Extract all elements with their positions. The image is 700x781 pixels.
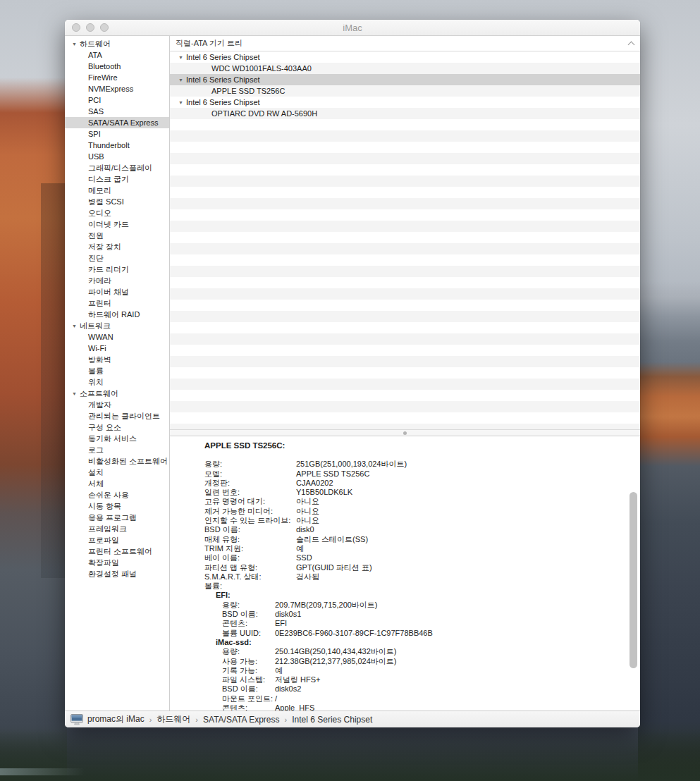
disclosure-triangle-icon: ▼ [72, 388, 80, 400]
sidebar-item[interactable]: FireWire [65, 72, 169, 83]
breadcrumb-segment: SATA/SATA Express [203, 715, 279, 725]
sidebar-item[interactable]: ▼소프트웨어 [65, 388, 169, 399]
tree-row[interactable]: APPLE SSD TS256C [170, 85, 640, 97]
volume-row-label: 용량: [222, 647, 275, 656]
minimize-button[interactable] [86, 23, 94, 32]
sidebar-item[interactable]: 환경설정 패널 [65, 568, 169, 579]
volume-row-value: disk0s1 [275, 610, 301, 619]
sidebar-item[interactable]: ▼네트워크 [65, 320, 169, 331]
sidebar-item[interactable]: 방화벽 [65, 354, 169, 365]
sidebar-item[interactable]: 그래픽/디스플레이 [65, 162, 169, 173]
sidebar-item[interactable]: 프린터 소프트웨어 [65, 546, 169, 557]
sidebar-item-label: 서체 [88, 479, 104, 488]
volume-row-value: EFI [275, 619, 287, 628]
tree-row-empty [170, 187, 640, 198]
sidebar-item-label: 프레임워크 [88, 524, 127, 533]
sidebar-item[interactable]: 카드 리더기 [65, 264, 169, 275]
sidebar-item[interactable]: 응용 프로그램 [65, 512, 169, 523]
sidebar-item[interactable]: NVMExpress [65, 83, 169, 94]
detail-row-value: 검사됨 [296, 572, 319, 582]
sidebar-item[interactable]: 확장파일 [65, 557, 169, 568]
sidebar-item[interactable]: SPI [65, 128, 169, 140]
sidebar-item[interactable]: 설치 [65, 467, 169, 478]
sidebar-item[interactable]: 프레임워크 [65, 523, 169, 534]
sidebar-item[interactable]: 시동 항목 [65, 500, 169, 512]
detail-row: 용량:251GB(251,000,193,024바이트) [204, 460, 640, 469]
sidebar-item-label: ATA [88, 51, 102, 59]
sidebar-item[interactable]: 프린터 [65, 297, 169, 309]
sidebar-item[interactable]: 위치 [65, 376, 169, 388]
disclosure-triangle-icon: ▼ [72, 39, 80, 50]
volume-row: 마운트 포인트:/ [204, 694, 640, 703]
device-tree: ▼Intel 6 Series ChipsetWDC WD1001FALS-40… [170, 51, 640, 429]
close-button[interactable] [72, 23, 80, 32]
volume-row-value: / [275, 694, 277, 703]
sidebar-item[interactable]: 저장 장치 [65, 241, 169, 252]
tree-row-empty [170, 345, 640, 356]
tree-row[interactable]: ▼Intel 6 Series Chipset [170, 97, 640, 108]
sidebar-item[interactable]: 이더넷 카드 [65, 219, 169, 230]
sidebar-item[interactable]: 로그 [65, 444, 169, 455]
sidebar-item-label: 소프트웨어 [80, 389, 118, 398]
sidebar-item[interactable]: WWAN [65, 331, 169, 343]
tree-row[interactable]: WDC WD1001FALS-403AA0 [170, 63, 640, 74]
detail-row: 제거 가능한 미디어:아니요 [204, 507, 640, 516]
sidebar-item-label: 병렬 SCSI [88, 197, 124, 206]
sidebar-item[interactable]: 볼륨 [65, 365, 169, 376]
sidebar-item[interactable]: 파이버 채널 [65, 286, 169, 297]
sidebar-item[interactable]: USB [65, 151, 169, 162]
sidebar-item[interactable]: 프로파일 [65, 534, 169, 546]
sidebar-item[interactable]: 손쉬운 사용 [65, 489, 169, 500]
sidebar-item[interactable]: 개발자 [65, 399, 169, 410]
wallpaper-trees [0, 729, 700, 781]
detail-row-label: 개정판: [204, 479, 296, 488]
tree-header-label: 직렬-ATA 기기 트리 [176, 39, 242, 47]
sidebar-item-label: PCI [88, 96, 101, 104]
detail-row: S.M.A.R.T. 상태:검사됨 [204, 572, 640, 582]
status-bar: promac의 iMac›하드웨어›SATA/SATA Express›Inte… [65, 711, 640, 727]
tree-header[interactable]: 직렬-ATA 기기 트리 [170, 36, 640, 51]
titlebar[interactable]: iMac [65, 20, 640, 36]
window-title: iMac [343, 23, 362, 33]
sidebar-item[interactable]: PCI [65, 94, 169, 106]
sidebar-item[interactable]: ▼하드웨어 [65, 38, 169, 49]
tree-row-empty [170, 412, 640, 424]
sidebar-item-label: Thunderbolt [88, 141, 130, 149]
sidebar-item[interactable]: 비활성화된 소프트웨어 [65, 455, 169, 467]
sidebar-item[interactable]: 하드웨어 RAID [65, 309, 169, 320]
sidebar-item[interactable]: 오디오 [65, 207, 169, 219]
volume-row-label: BSD 이름: [222, 610, 275, 619]
detail-rows: 용량:251GB(251,000,193,024바이트)모델:APPLE SSD… [204, 460, 640, 591]
detail-row-label: 제거 가능한 미디어: [204, 507, 296, 516]
sidebar-item[interactable]: ATA [65, 49, 169, 61]
sidebar-item[interactable]: 전원 [65, 230, 169, 241]
tree-row[interactable]: ▼Intel 6 Series Chipset [170, 51, 640, 63]
breadcrumb-separator: › [190, 715, 203, 724]
detail-scrollbar-thumb[interactable] [630, 492, 637, 668]
sidebar-item[interactable]: 서체 [65, 478, 169, 489]
detail-row-label: 파티션 맵 유형: [204, 563, 296, 572]
collapse-chevron-icon[interactable] [628, 42, 635, 49]
sidebar-item[interactable]: 병렬 SCSI [65, 196, 169, 207]
detail-row-label: BSD 이름: [204, 525, 296, 534]
traffic-lights [72, 23, 109, 32]
sidebar-item[interactable]: SAS [65, 106, 169, 117]
pane-splitter[interactable] [170, 429, 640, 436]
sidebar-item[interactable]: 메모리 [65, 185, 169, 196]
sidebar-item[interactable]: 디스크 굽기 [65, 173, 169, 185]
sidebar-item[interactable]: Wi-Fi [65, 343, 169, 354]
zoom-button[interactable] [100, 23, 109, 32]
sidebar-item[interactable]: Thunderbolt [65, 140, 169, 151]
tree-row[interactable]: ▼Intel 6 Series Chipset [170, 74, 640, 85]
sidebar-item[interactable]: Bluetooth [65, 61, 169, 72]
sidebar-item[interactable]: 동기화 서비스 [65, 433, 169, 444]
sidebar-item-label: 확장파일 [88, 558, 119, 567]
sidebar-item[interactable]: SATA/SATA Express [65, 117, 169, 128]
detail-row: TRIM 지원:예 [204, 544, 640, 553]
sidebar-item[interactable]: 관리되는 클라이언트 [65, 410, 169, 422]
sidebar-item[interactable]: 카메라 [65, 275, 169, 286]
sidebar-item[interactable]: 구성 요소 [65, 422, 169, 433]
volume-row-value: 250.14GB(250,140,434,432바이트) [275, 647, 396, 656]
tree-row[interactable]: OPTIARC DVD RW AD-5690H [170, 108, 640, 119]
sidebar-item[interactable]: 진단 [65, 252, 169, 264]
